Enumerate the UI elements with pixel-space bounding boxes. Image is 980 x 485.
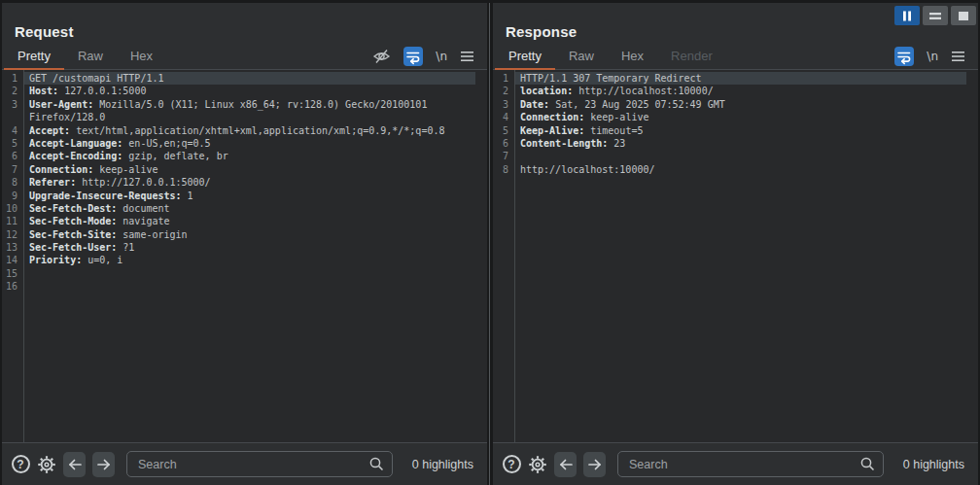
line-text [23,267,475,280]
newline-icon[interactable]: \n [436,50,447,63]
search-icon [368,456,385,472]
code-line[interactable]: 5Keep-Alive: timeout=5 [493,124,966,137]
code-line[interactable]: 15 [2,267,475,280]
code-line[interactable]: 13Sec-Fetch-User: ?1 [2,241,475,254]
line-number: 8 [493,163,514,176]
code-line[interactable]: 6Content-Length: 23 [493,137,966,150]
code-line[interactable]: 7Connection: keep-alive [2,163,475,176]
line-number: 14 [2,254,23,266]
code-line[interactable]: 2location: http://localhost:10000/ [493,85,966,97]
code-line[interactable]: 2Host: 127.0.0.1:5000 [2,85,475,97]
code-line[interactable]: 12Sec-Fetch-Site: same-origin [2,228,475,241]
line-number: 3 [493,98,514,111]
line-text: Firefox/128.0 [23,111,475,123]
line-text: Date: Sat, 23 Aug 2025 07:52:49 GMT [514,98,966,111]
code-line[interactable]: 4Accept: text/html,application/xhtml+xml… [2,124,475,137]
tab-raw[interactable]: Raw [555,44,608,70]
word-wrap-toggle-button[interactable] [403,47,423,66]
search-icon [859,456,876,472]
arrow-right-icon [587,458,603,471]
help-icon[interactable]: ? [11,455,30,474]
line-number: 13 [2,241,23,254]
request-header: Request Pretty Raw Hex [2,3,487,70]
code-line[interactable]: 4Connection: keep-alive [493,111,966,123]
line-number: 1 [2,72,23,85]
line-text: Sec-Fetch-Site: same-origin [23,228,475,241]
newline-icon[interactable]: \n [927,50,938,63]
line-number: 2 [2,85,23,97]
response-tabs: Pretty Raw Hex Render \n [493,44,978,70]
code-line[interactable]: 8http://localhost:10000/ [493,163,966,176]
tab-pretty[interactable]: Pretty [4,44,64,70]
word-wrap-toggle-button[interactable] [894,47,914,66]
request-editor[interactable]: 1GET /customapi HTTP/1.12Host: 127.0.0.1… [2,70,487,442]
previous-match-button[interactable] [554,452,577,477]
line-number: 8 [2,176,23,189]
line-number: 10 [2,202,23,215]
square-button[interactable] [951,6,976,25]
gear-icon[interactable] [528,455,547,474]
response-editor[interactable]: 1HTTP/1.1 307 Temporary Redirect2locatio… [493,70,978,442]
lines-button[interactable] [923,6,948,25]
line-text [23,280,475,293]
code-line[interactable]: 3Date: Sat, 23 Aug 2025 07:52:49 GMT [493,98,966,111]
line-text: Content-Length: 23 [514,137,966,150]
line-text: GET /customapi HTTP/1.1 [23,72,475,85]
response-search-bar: ? [493,442,978,485]
request-title: Request [15,23,487,40]
line-text: location: http://localhost:10000/ [514,85,966,97]
tab-hex[interactable]: Hex [608,44,657,70]
response-pane: Response Pretty Raw Hex Render \n [493,3,978,485]
menu-icon[interactable] [460,51,474,62]
code-line[interactable]: 14Priority: u=0, i [2,254,475,266]
arrow-left-icon [67,458,83,471]
line-text: User-Agent: Mozilla/5.0 (X11; Linux x86_… [23,98,475,111]
arrow-right-icon [96,458,112,471]
code-line[interactable]: Firefox/128.0 [2,111,475,123]
next-match-button[interactable] [92,452,115,477]
line-number: 7 [2,163,23,176]
highlights-count: 0 highlights [412,458,473,471]
line-text: HTTP/1.1 307 Temporary Redirect [514,72,966,85]
line-number: 9 [2,190,23,202]
tab-raw[interactable]: Raw [64,44,117,70]
menu-icon[interactable] [951,51,965,62]
line-text: Connection: keep-alive [514,111,966,123]
line-number: 4 [2,124,23,137]
line-number: 11 [2,215,23,227]
wrap-icon [894,47,914,66]
code-line[interactable]: 1HTTP/1.1 307 Temporary Redirect [493,72,966,85]
line-number: 7 [493,150,514,162]
gear-icon[interactable] [37,455,56,474]
line-number: 12 [2,228,23,241]
search-input[interactable] [617,451,884,477]
line-number: 15 [2,267,23,280]
request-pane: Request Pretty Raw Hex [2,3,487,485]
help-icon[interactable]: ? [502,455,521,474]
pause-button[interactable] [894,6,920,25]
code-line[interactable]: 7 [493,150,966,162]
highlights-count: 0 highlights [903,458,964,471]
code-line[interactable]: 8Referer: http://127.0.0.1:5000/ [2,176,475,189]
line-text: Host: 127.0.0.1:5000 [23,85,475,97]
code-line[interactable]: 16 [2,280,475,293]
code-line[interactable]: 5Accept-Language: en-US,en;q=0.5 [2,137,475,150]
line-number: 5 [2,137,23,150]
code-line[interactable]: 3User-Agent: Mozilla/5.0 (X11; Linux x86… [2,98,475,111]
line-number: 3 [2,98,23,111]
line-number: 5 [493,124,514,137]
next-match-button[interactable] [583,452,606,477]
tab-pretty[interactable]: Pretty [495,44,555,70]
search-input[interactable] [126,451,393,477]
http-message-viewer: Request Pretty Raw Hex [0,0,980,485]
code-line[interactable]: 10Sec-Fetch-Dest: document [2,202,475,215]
line-text: Referer: http://127.0.0.1:5000/ [23,176,475,189]
code-line[interactable]: 9Upgrade-Insecure-Requests: 1 [2,190,475,202]
tab-hex[interactable]: Hex [117,44,166,70]
code-line[interactable]: 11Sec-Fetch-Mode: navigate [2,215,475,227]
code-line[interactable]: 6Accept-Encoding: gzip, deflate, br [2,150,475,162]
code-line[interactable]: 1GET /customapi HTTP/1.1 [2,72,475,85]
line-number: 6 [493,137,514,150]
eye-slash-icon[interactable] [372,48,391,65]
previous-match-button[interactable] [63,452,86,477]
